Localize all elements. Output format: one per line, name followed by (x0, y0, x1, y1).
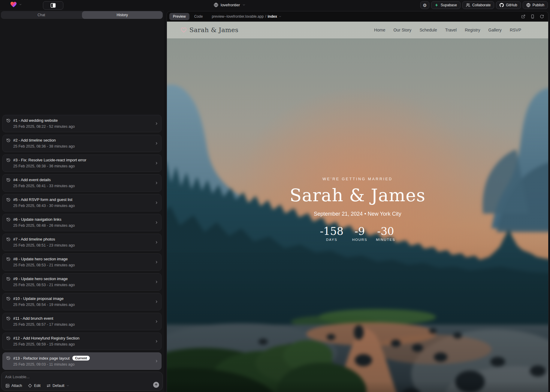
history-item-title: #2 - Add timeline section (13, 138, 56, 142)
countdown-label: DAYS (320, 238, 344, 241)
composer-actions: Attach Edit Default (5, 384, 69, 388)
history-item-timestamp: 25 Feb 2025, 08:41 - 33 minutes ago (13, 184, 152, 188)
refresh-button[interactable] (540, 14, 544, 19)
open-external-button[interactable] (521, 14, 525, 19)
url-separator: / (265, 14, 266, 19)
countdown-value: -158 (320, 226, 344, 237)
history-item[interactable]: #13 - Refactor index page layout Current… (2, 352, 162, 370)
history-item-timestamp: 25 Feb 2025, 08:57 - 17 minutes ago (13, 322, 152, 327)
nav-link[interactable]: Home (374, 28, 385, 32)
history-clock-icon (6, 316, 11, 321)
settings-button[interactable]: ⚙ (420, 1, 429, 9)
chevron-right-icon (155, 241, 159, 244)
project-switcher[interactable]: lovefrontier (214, 0, 246, 10)
site-logo-text: Sarah & James (189, 26, 238, 34)
history-item-title: #3 - Fix: Resolve Lucide-react import er… (13, 158, 86, 162)
globe-icon (526, 3, 530, 7)
nav-link[interactable]: Schedule (419, 28, 437, 32)
history-item[interactable]: #2 - Add timeline section 25 Feb 2025, 0… (2, 135, 162, 152)
github-button[interactable]: GitHub (496, 1, 521, 9)
history-item-timestamp: 25 Feb 2025, 08:38 - 36 minutes ago (13, 164, 152, 168)
nav-link[interactable]: RSVP (510, 28, 521, 32)
history-item[interactable]: #11 - Add brunch event 25 Feb 2025, 08:5… (2, 313, 162, 330)
collaborate-button[interactable]: Collaborate (462, 1, 494, 9)
tab-chat[interactable]: Chat (1, 11, 82, 19)
site-header: Sarah & James HomeOur StoryScheduleTrave… (167, 22, 548, 38)
history-item[interactable]: #3 - Fix: Resolve Lucide-react import er… (2, 154, 162, 172)
chevron-right-icon (155, 122, 159, 126)
countdown-column: -158 DAYS (320, 226, 344, 241)
panel-left-icon (50, 2, 56, 8)
collaborate-label: Collaborate (472, 3, 491, 7)
history-item-timestamp: 25 Feb 2025, 08:53 - 21 minutes ago (13, 283, 152, 287)
history-item-title: #11 - Add brunch event (13, 316, 53, 321)
preview-toolbar: Preview Code preview--lovefrontier.lovab… (167, 11, 548, 22)
history-item-title: #6 - Update navigation links (13, 217, 61, 222)
target-icon (28, 384, 32, 388)
edit-button[interactable]: Edit (28, 384, 41, 388)
nav-link[interactable]: Travel (445, 28, 457, 32)
history-item-title: #5 - Add RSVP form and guest list (13, 197, 72, 202)
tab-history[interactable]: History (82, 11, 163, 19)
globe-icon (214, 3, 218, 7)
mobile-view-button[interactable] (530, 14, 535, 19)
history-clock-icon (6, 198, 11, 202)
chat-history-sidebar: Chat History #1 - Add wedding website 25… (0, 10, 164, 392)
prompt-input[interactable] (5, 375, 104, 381)
tab-preview[interactable]: Preview (169, 13, 189, 20)
gear-icon: ⚙ (423, 3, 427, 7)
history-item[interactable]: #5 - Add RSVP form and guest list 25 Feb… (2, 194, 162, 211)
nav-link[interactable]: Gallery (488, 28, 502, 32)
url-page: index (267, 14, 277, 19)
history-item-title: #4 - Add event details (13, 178, 51, 182)
publish-button[interactable]: Publish (523, 1, 548, 9)
nav-link[interactable]: Our Story (393, 28, 411, 32)
sidebar-tabs: Chat History (1, 11, 163, 19)
attach-button[interactable]: Attach (5, 384, 22, 388)
history-item[interactable]: #8 - Update hero section image 25 Feb 20… (2, 253, 162, 271)
send-button[interactable] (153, 382, 159, 388)
chevron-right-icon (155, 181, 159, 185)
history-item-timestamp: 25 Feb 2025, 08:59 - 15 minutes ago (13, 342, 152, 346)
history-item[interactable]: #12 - Add Honeyfund Registry Section 25 … (2, 333, 162, 350)
nav-link[interactable]: Registry (465, 28, 480, 32)
history-item[interactable]: #1 - Add wedding website 25 Feb 2025, 08… (2, 115, 162, 132)
history-clock-icon (6, 217, 11, 222)
chevron-right-icon (155, 260, 159, 264)
preview-url-control[interactable]: preview--lovefrontier.lovable.app / inde… (212, 14, 281, 19)
users-icon (466, 3, 470, 7)
sidebar-toggle-button[interactable] (43, 1, 63, 10)
history-item-timestamp: 25 Feb 2025, 08:22 - 52 minutes ago (13, 124, 152, 129)
history-item-timestamp: 25 Feb 2025, 08:54 - 19 minutes ago (13, 303, 152, 307)
history-clock-icon (6, 336, 11, 340)
supabase-bolt-icon (435, 3, 439, 7)
history-item[interactable]: #9 - Update hero section image 25 Feb 20… (2, 273, 162, 291)
site-logo[interactable]: Sarah & James (181, 26, 238, 34)
sliders-icon (47, 384, 51, 388)
lovable-logo-menu[interactable] (10, 1, 22, 7)
chevron-down-icon (242, 3, 246, 7)
history-item[interactable]: #4 - Add event details 25 Feb 2025, 08:4… (2, 174, 162, 192)
history-item-title: #9 - Update hero section image (13, 277, 68, 281)
history-clock-icon (6, 158, 11, 162)
site-preview: Sarah & James HomeOur StoryScheduleTrave… (167, 22, 548, 392)
supabase-label: Supabase (441, 3, 457, 7)
countdown-value: -30 (376, 226, 395, 237)
history-clock-icon (6, 237, 11, 241)
countdown-label: MINUTES (376, 238, 395, 241)
hero-section: WE'RE GETTING MARRIED Sarah & James Sept… (167, 177, 548, 241)
project-name: lovefrontier (221, 3, 240, 7)
mode-label: Default (53, 384, 65, 388)
supabase-button[interactable]: Supabase (431, 1, 461, 9)
history-item[interactable]: #6 - Update navigation links 25 Feb 2025… (2, 214, 162, 231)
history-clock-icon (6, 297, 11, 301)
chevron-right-icon (155, 300, 159, 304)
chevron-down-icon (19, 3, 22, 6)
history-item[interactable]: #7 - Add timeline photos 25 Feb 2025, 08… (2, 234, 162, 251)
tab-code[interactable]: Code (191, 13, 207, 20)
mode-select[interactable]: Default (47, 384, 69, 388)
history-item[interactable]: #10 - Update proposal image 25 Feb 2025,… (2, 293, 162, 310)
lovable-heart-icon (10, 1, 17, 7)
countdown-column: -9 HOURS (351, 226, 368, 241)
chevron-right-icon (155, 161, 159, 165)
